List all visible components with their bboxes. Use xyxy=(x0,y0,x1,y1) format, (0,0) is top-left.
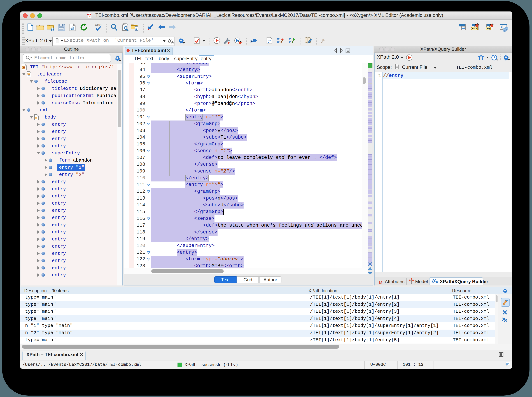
svg-text:<>: <> xyxy=(89,16,91,18)
svg-text:*: * xyxy=(148,28,149,32)
svg-text:XML: XML xyxy=(88,14,91,15)
svg-text:XQ: XQ xyxy=(487,27,490,30)
svg-text:XSLT: XSLT xyxy=(472,27,477,30)
svg-text:TEI: TEI xyxy=(22,67,25,68)
